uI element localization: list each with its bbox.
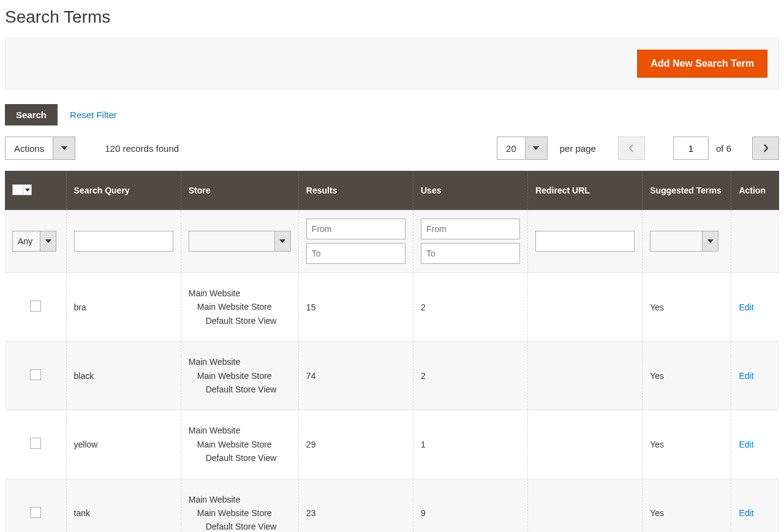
cell-suggested: Yes <box>643 273 731 342</box>
cell-store: Main Website Main Website Store Default … <box>181 479 298 532</box>
cell-search-query: black <box>66 342 181 410</box>
filter-toolbar: Search Reset Filter <box>5 104 779 126</box>
cell-results: 23 <box>298 479 413 532</box>
cell-redirect <box>528 342 643 410</box>
per-page-label: per page <box>560 143 596 154</box>
cell-store: Main Website Main Website Store Default … <box>181 342 298 410</box>
row-checkbox[interactable] <box>30 369 41 380</box>
filter-search-query-input[interactable] <box>74 231 173 252</box>
search-terms-table: Search Query Store Results Uses Redirect… <box>5 171 779 532</box>
filter-suggested-select[interactable] <box>650 231 718 252</box>
chevron-down-icon[interactable] <box>53 137 75 159</box>
row-checkbox[interactable] <box>30 301 41 312</box>
chevron-left-icon <box>628 143 635 153</box>
filter-uses-from-input[interactable] <box>421 219 520 239</box>
cell-uses: 2 <box>413 342 528 410</box>
cell-store: Main Website Main Website Store Default … <box>181 410 298 479</box>
column-header-uses[interactable]: Uses <box>413 171 528 210</box>
per-page-dropdown[interactable]: 20 <box>497 137 548 160</box>
chevron-right-icon <box>763 143 769 153</box>
cell-redirect <box>528 273 643 342</box>
prev-page-button[interactable] <box>618 137 645 160</box>
column-header-action: Action <box>731 171 779 210</box>
select-all-dropdown[interactable] <box>12 184 32 195</box>
table-row: tank Main Website Main Website Store Def… <box>5 479 779 532</box>
filter-uses-to-input[interactable] <box>421 243 520 264</box>
records-found-text: 120 records found <box>105 143 179 154</box>
edit-link[interactable]: Edit <box>739 371 753 381</box>
cell-results: 29 <box>298 410 413 479</box>
cell-search-query: tank <box>66 479 181 532</box>
edit-link[interactable]: Edit <box>739 508 753 518</box>
filter-store-select[interactable] <box>189 231 291 252</box>
filter-results-from-input[interactable] <box>306 219 405 239</box>
column-header-search-query[interactable]: Search Query <box>66 171 181 210</box>
add-new-search-term-button[interactable]: Add New Search Term <box>637 50 767 78</box>
actions-dropdown-label: Actions <box>6 137 53 159</box>
filter-any-value: Any <box>13 231 40 251</box>
cell-store: Main Website Main Website Store Default … <box>181 273 298 342</box>
cell-uses: 2 <box>413 273 528 342</box>
edit-link[interactable]: Edit <box>739 302 753 312</box>
grid-toolbar: Actions 120 records found 20 per page of… <box>5 137 779 160</box>
cell-results: 74 <box>298 342 413 410</box>
chevron-down-icon[interactable] <box>525 137 547 159</box>
filter-redirect-url-input[interactable] <box>535 231 635 252</box>
cell-suggested: Yes <box>643 410 731 479</box>
cell-search-query: bra <box>66 273 181 342</box>
cell-uses: 9 <box>413 479 528 532</box>
page-title: Search Terms <box>0 0 784 38</box>
reset-filter-link[interactable]: Reset Filter <box>70 110 117 120</box>
per-page-value: 20 <box>497 137 525 159</box>
next-page-button[interactable] <box>752 137 779 160</box>
cell-uses: 1 <box>413 410 528 479</box>
cell-redirect <box>528 479 643 532</box>
column-header-select <box>5 171 66 210</box>
cell-results: 15 <box>298 273 413 342</box>
filter-row: Any <box>5 210 779 273</box>
column-header-suggested-terms[interactable]: Suggested Terms <box>643 171 731 210</box>
cell-suggested: Yes <box>643 342 731 410</box>
actions-dropdown[interactable]: Actions <box>5 137 75 160</box>
cell-suggested: Yes <box>643 479 731 532</box>
filter-select-any[interactable]: Any <box>12 231 56 252</box>
top-action-bar: Add New Search Term <box>5 38 779 89</box>
chevron-down-icon[interactable] <box>40 231 56 251</box>
cell-redirect <box>528 410 643 479</box>
search-button[interactable]: Search <box>5 104 58 126</box>
column-header-results[interactable]: Results <box>298 171 413 210</box>
chevron-down-icon[interactable] <box>702 231 718 251</box>
table-row: black Main Website Main Website Store De… <box>5 342 779 410</box>
page-total-text: of 6 <box>716 143 731 154</box>
chevron-down-icon[interactable] <box>274 231 290 251</box>
row-checkbox[interactable] <box>30 507 41 518</box>
column-header-redirect-url[interactable]: Redirect URL <box>528 171 643 210</box>
row-checkbox[interactable] <box>30 438 41 449</box>
column-header-store[interactable]: Store <box>181 171 298 210</box>
filter-results-to-input[interactable] <box>306 243 405 264</box>
edit-link[interactable]: Edit <box>739 440 753 449</box>
page-number-input[interactable] <box>673 137 709 160</box>
table-row: bra Main Website Main Website Store Defa… <box>5 273 779 342</box>
cell-search-query: yellow <box>66 410 181 479</box>
table-row: yellow Main Website Main Website Store D… <box>5 410 779 479</box>
